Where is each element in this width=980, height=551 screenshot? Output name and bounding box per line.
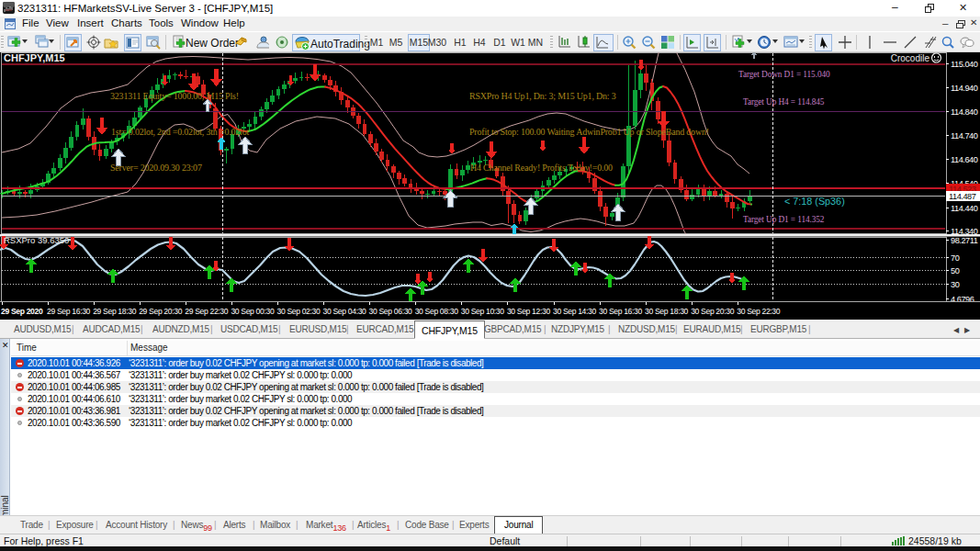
svg-text:114.440: 114.440 <box>951 204 978 213</box>
svg-text:Server= 2020.09.30 23:07: Server= 2020.09.30 23:07 <box>110 163 202 173</box>
svg-text:30: 30 <box>951 280 960 289</box>
svg-text:114.640: 114.640 <box>951 155 978 164</box>
svg-text:29 Sep 20:30: 29 Sep 20:30 <box>139 307 183 316</box>
svg-text:30 Sep 14:30: 30 Sep 14:30 <box>553 307 597 316</box>
svg-text:30 Sep 00:30: 30 Sep 00:30 <box>231 307 275 316</box>
svg-text:30 Sep 08:30: 30 Sep 08:30 <box>415 307 459 316</box>
svg-text:29 Sep 2020: 29 Sep 2020 <box>1 307 43 316</box>
svg-text:115.040: 115.040 <box>951 60 978 69</box>
svg-text:Target Up D1 = 114.352: Target Up D1 = 114.352 <box>743 215 825 224</box>
svg-text:30 Sep 12:30: 30 Sep 12:30 <box>507 307 551 316</box>
svg-text:Target Up H4 = 114.845: Target Up H4 = 114.845 <box>743 97 825 107</box>
svg-text:30 Sep 06:30: 30 Sep 06:30 <box>369 307 413 316</box>
svg-text:30 Sep 22:30: 30 Sep 22:30 <box>737 307 781 316</box>
svg-text:70: 70 <box>951 253 960 263</box>
svg-text:114.340: 114.340 <box>951 227 978 236</box>
svg-text:50: 50 <box>951 266 960 276</box>
svg-text:RSXPro H4 Up1, Dn: 3; M15 Up1,: RSXPro H4 Up1, Dn: 3; M15 Up1, Dn: 3 <box>469 91 616 101</box>
svg-text:H4 Channel Ready! Profits Toda: H4 Channel Ready! Profits Today!=0.00 <box>470 163 613 173</box>
svg-text:114.840: 114.840 <box>951 107 978 117</box>
svg-text:114.740: 114.740 <box>951 131 978 141</box>
svg-text:98.2711: 98.2711 <box>951 236 978 245</box>
svg-text:Crocodile: Crocodile <box>891 53 930 63</box>
svg-text:Profit to Stop: 100.00 Waiting: Profit to Stop: 100.00 Waiting AdwinProb… <box>469 127 709 137</box>
svg-text:3231311 Equity= 1000.00, M15 P: 3231311 Equity= 1000.00, M15 Pls! <box>110 91 239 101</box>
svg-text:30 Sep 18:30: 30 Sep 18:30 <box>645 307 689 316</box>
svg-text:29 Sep 18:30: 29 Sep 18:30 <box>93 307 137 316</box>
svg-text:30 Sep 04:30: 30 Sep 04:30 <box>323 307 367 316</box>
svg-text:RSXPro 39.6350: RSXPro 39.6350 <box>4 235 69 245</box>
svg-text:29 Sep 16:30: 29 Sep 16:30 <box>47 307 91 316</box>
svg-text:30 Sep 10:30: 30 Sep 10:30 <box>461 307 505 316</box>
svg-text:30 Sep 16:30: 30 Sep 16:30 <box>599 307 643 316</box>
svg-text:1st= 0.02lot, 2nd =0.02lot, 3t: 1st= 0.02lot, 2nd =0.02lot, 3th =0.02lot <box>111 127 249 137</box>
svg-text:29 Sep 22:30: 29 Sep 22:30 <box>185 307 229 316</box>
svg-text:< 7:18 (Sp36): < 7:18 (Sp36) <box>784 196 845 207</box>
svg-text:30 Sep 20:30: 30 Sep 20:30 <box>691 307 735 316</box>
svg-text:114.940: 114.940 <box>951 84 978 93</box>
svg-text:114.487: 114.487 <box>949 192 976 201</box>
svg-text:CHFJPY,M15: CHFJPY,M15 <box>4 52 65 63</box>
svg-text:Target Down D1 = 115.040: Target Down D1 = 115.040 <box>738 70 830 79</box>
svg-text:30 Sep 02:30: 30 Sep 02:30 <box>277 307 321 316</box>
